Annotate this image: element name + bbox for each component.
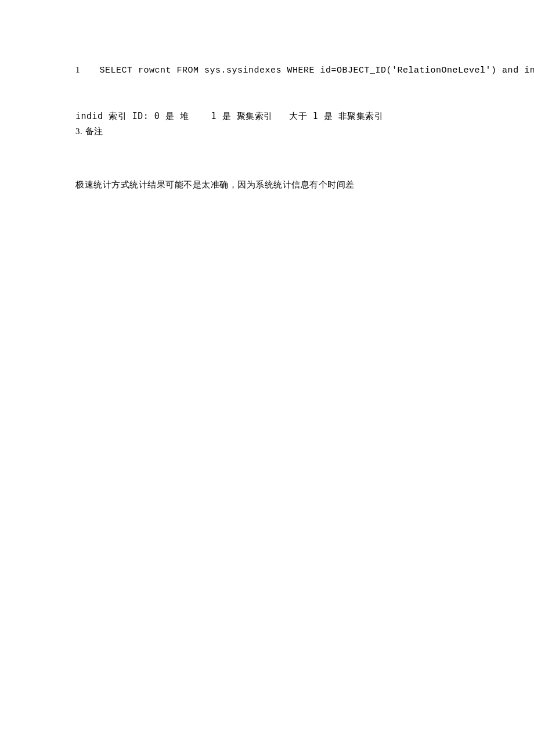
indid-description: indid 索引 ID: 0 是 堆 1 是 聚集索引 大于 1 是 非聚集索引	[75, 109, 517, 123]
summary-text: 极速统计方式统计结果可能不是太准确，因为系统统计信息有个时间差	[75, 178, 517, 192]
line-number: 1	[75, 63, 94, 77]
sql-statement: SELECT rowcnt FROM sys.sysindexes WHERE …	[100, 66, 534, 75]
section-label: 3. 备注	[75, 124, 517, 138]
code-block: 1 SELECT rowcnt FROM sys.sysindexes WHER…	[75, 63, 517, 78]
